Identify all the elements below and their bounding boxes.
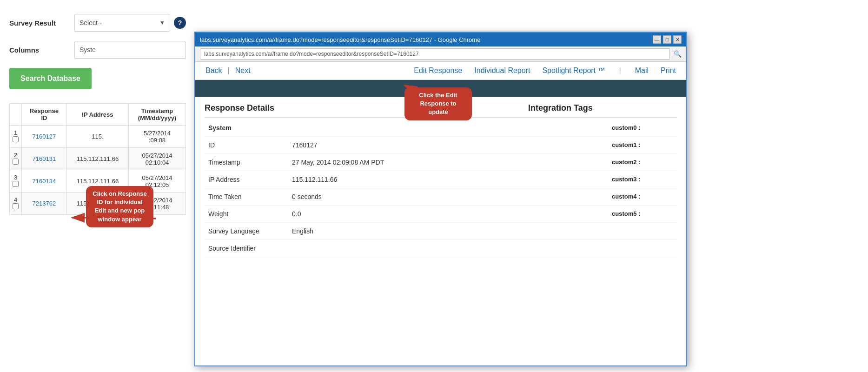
- table-row: 1 7160127 115. 5/27/2014:09:08: [10, 126, 186, 148]
- integration-tags-title: Integration Tags: [528, 103, 677, 113]
- timetaken-label: Time Taken: [205, 188, 288, 206]
- ip-label: IP Address: [205, 171, 288, 188]
- search-icon: 🔍: [674, 50, 682, 58]
- main-container: Survey Result Select-- ▼ ? Columns Searc…: [0, 0, 868, 372]
- custom7-label: [603, 240, 677, 257]
- row-num-3: 3: [10, 170, 22, 193]
- survey-result-label: Survey Result: [9, 19, 74, 27]
- minimize-button[interactable]: —: [653, 35, 661, 44]
- system-header: System: [205, 120, 603, 137]
- timetaken-row: Time Taken 0 seconds custom4 :: [205, 188, 677, 206]
- response-details-title: Response Details: [205, 103, 528, 113]
- edit-response-link[interactable]: Edit Response: [412, 66, 464, 75]
- close-button[interactable]: ✕: [673, 35, 682, 44]
- row-num-2: 2: [10, 148, 22, 170]
- source-row: Source Identifier: [205, 240, 677, 257]
- language-value: English: [288, 223, 603, 240]
- weight-row: Weight 0.0 custom5 :: [205, 206, 677, 223]
- popup-nav: Back | Next Edit Response Individual Rep…: [195, 62, 686, 80]
- table-header-response-id: ResponseID: [22, 104, 67, 126]
- response-id-cell-1: 7160127: [22, 126, 67, 148]
- chevron-down-icon: ▼: [159, 20, 165, 26]
- response-details-section: Response Details Integration Tags System…: [195, 97, 686, 266]
- details-table: System custom0 : ID 7160127 custom1 : Ti…: [205, 120, 677, 257]
- timestamp-value: 27 May, 2014 02:09:08 AM PDT: [288, 154, 603, 171]
- table-header-ip: IP Address: [66, 104, 128, 126]
- columns-input[interactable]: [74, 41, 186, 59]
- weight-value: 0.0: [288, 206, 603, 223]
- row-checkbox-2[interactable]: [13, 159, 19, 165]
- table-row: 2 7160131 115.112.111.66 05/27/201402:10…: [10, 148, 186, 170]
- custom6-label: [603, 223, 677, 240]
- source-label: Source Identifier: [205, 240, 288, 257]
- custom5-label: custom5 :: [603, 206, 677, 223]
- survey-result-select[interactable]: Select-- ▼: [74, 14, 170, 32]
- row-num-4: 4: [10, 193, 22, 215]
- response-id-link-1[interactable]: 7160127: [33, 133, 56, 140]
- id-label: ID: [205, 137, 288, 154]
- timestamp-row: Timestamp 27 May, 2014 02:09:08 AM PDT c…: [205, 154, 677, 171]
- custom3-label: custom3 :: [603, 171, 677, 188]
- select-placeholder: Select--: [80, 19, 102, 27]
- mail-link[interactable]: Mail: [633, 66, 650, 75]
- popup-controls: — □ ✕: [653, 35, 682, 44]
- timestamp-cell-2: 05/27/201402:10:04: [129, 148, 186, 170]
- weight-label: Weight: [205, 206, 288, 223]
- response-id-link-3[interactable]: 7160134: [33, 178, 56, 185]
- columns-label: Columns: [9, 46, 74, 54]
- search-database-button[interactable]: Search Database: [9, 68, 92, 89]
- nav-right-links: Edit Response Individual Report Spotligh…: [412, 66, 678, 75]
- source-value: [288, 240, 603, 257]
- ip-cell-1: 115.: [66, 126, 128, 148]
- popup-content: Response Details Integration Tags System…: [195, 97, 686, 365]
- columns-row: Columns: [9, 41, 186, 59]
- id-value: 7160127: [288, 137, 603, 154]
- id-row: ID 7160127 custom1 :: [205, 137, 677, 154]
- custom1-label: custom1 :: [603, 137, 677, 154]
- table-header-timestamp: Timestamp(MM/dd/yyyy): [129, 104, 186, 126]
- timetaken-value: 0 seconds: [288, 188, 603, 206]
- response-id-cell-2: 7160131: [22, 148, 67, 170]
- row-checkbox-4[interactable]: [13, 203, 19, 209]
- language-row: Survey Language English: [205, 223, 677, 240]
- response-id-link-2[interactable]: 7160131: [33, 155, 56, 162]
- nav-separator-1: |: [228, 66, 230, 75]
- address-bar-input[interactable]: [200, 48, 670, 60]
- timestamp-cell-1: 5/27/2014:09:08: [129, 126, 186, 148]
- custom0-label: custom0 :: [603, 120, 677, 137]
- response-id-annotation: Click on Response ID for individual Edit…: [86, 186, 153, 227]
- response-id-cell-3: 7160134: [22, 170, 67, 193]
- popup-titlebar: labs.surveyanalytics.com/a//frame.do?mod…: [195, 33, 686, 46]
- back-link[interactable]: Back: [204, 66, 224, 75]
- language-label: Survey Language: [205, 223, 288, 240]
- nav-separator-2: |: [619, 66, 621, 75]
- ip-row: IP Address 115.112.111.66 custom3 :: [205, 171, 677, 188]
- next-link[interactable]: Next: [233, 66, 252, 75]
- timestamp-label: Timestamp: [205, 154, 288, 171]
- response-id-cell-4: 7213762: [22, 193, 67, 215]
- popup-addressbar: 🔍: [195, 46, 686, 62]
- response-id-link-4[interactable]: 7213762: [33, 200, 56, 207]
- system-row: System custom0 :: [205, 120, 677, 137]
- custom2-label: custom2 :: [603, 154, 677, 171]
- popup-window: labs.surveyanalytics.com/a//frame.do?mod…: [194, 32, 687, 366]
- maximize-button[interactable]: □: [663, 35, 671, 44]
- ip-cell-2: 115.112.111.66: [66, 148, 128, 170]
- row-num-1: 1: [10, 126, 22, 148]
- survey-result-row: Survey Result Select-- ▼ ?: [9, 14, 186, 32]
- individual-report-link[interactable]: Individual Report: [472, 66, 532, 75]
- table-header-checkbox: [10, 104, 22, 126]
- row-checkbox-3[interactable]: [13, 181, 19, 187]
- spotlight-report-link[interactable]: Spotlight Report ™: [540, 66, 607, 75]
- ip-value: 115.112.111.66: [288, 171, 603, 188]
- popup-title-text: labs.surveyanalytics.com/a//frame.do?mod…: [200, 36, 653, 43]
- print-link[interactable]: Print: [659, 66, 678, 75]
- row-checkbox-1[interactable]: [13, 136, 19, 142]
- custom4-label: custom4 :: [603, 188, 677, 206]
- help-icon[interactable]: ?: [174, 17, 186, 29]
- edit-response-annotation: Click the Edit Response to update: [404, 87, 472, 120]
